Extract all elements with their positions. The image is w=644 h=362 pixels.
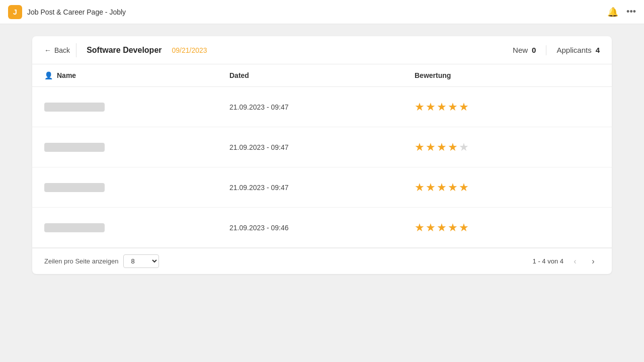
applicants-label: Applicants	[556, 46, 591, 54]
table-row[interactable]: 21.09.2023 - 09:47 ★ ★ ★ ★ ★	[32, 87, 612, 127]
topbar-left: J Job Post & Career Page - Jobly	[8, 5, 126, 19]
applicants-value: 4	[596, 46, 600, 54]
rows-per-page-label: Zeilen pro Seite anzeigen	[44, 257, 118, 265]
star-5: ★	[459, 141, 469, 154]
table-row[interactable]: 21.09.2023 - 09:47 ★ ★ ★ ★ ★	[32, 127, 612, 167]
date-cell: 21.09.2023 - 09:46	[229, 224, 415, 232]
stars-cell: ★ ★ ★ ★ ★	[415, 221, 600, 234]
col-dated-header: Dated	[229, 71, 415, 79]
col-bewertung-header: Bewertung	[415, 71, 600, 79]
name-cell	[44, 143, 229, 152]
stat-divider	[546, 45, 546, 55]
table-header: 👤 Name Dated Bewertung	[32, 64, 612, 87]
name-cell	[44, 223, 229, 232]
star-3: ★	[437, 181, 447, 194]
pagination-text: 1 - 4 von 4	[533, 257, 564, 265]
star-3: ★	[437, 221, 447, 234]
star-3: ★	[437, 141, 447, 154]
name-cell	[44, 103, 229, 112]
pagination: 1 - 4 von 4 ‹ ›	[533, 255, 600, 268]
back-button[interactable]: ← Back	[44, 43, 76, 57]
star-2: ★	[426, 101, 436, 114]
stars-cell: ★ ★ ★ ★ ★	[415, 101, 600, 114]
new-label: New	[513, 46, 528, 54]
card-header: ← Back Software Developer 09/21/2023 New…	[32, 36, 612, 64]
app-logo: J	[8, 5, 22, 19]
star-3: ★	[437, 101, 447, 114]
job-title: Software Developer	[87, 46, 162, 55]
name-placeholder	[44, 223, 105, 232]
col-name-header: 👤 Name	[44, 71, 229, 79]
star-4: ★	[448, 101, 458, 114]
header-stats: New 0 Applicants 4	[513, 45, 600, 55]
star-2: ★	[426, 181, 436, 194]
name-placeholder	[44, 103, 105, 112]
topbar-right: 🔔 •••	[607, 7, 636, 18]
star-4: ★	[448, 221, 458, 234]
date-cell: 21.09.2023 - 09:47	[229, 184, 415, 192]
bell-icon[interactable]: 🔔	[607, 7, 618, 18]
pagination-next-button[interactable]: ›	[587, 255, 600, 268]
star-1: ★	[415, 141, 425, 154]
stars-cell: ★ ★ ★ ★ ★	[415, 141, 600, 154]
name-placeholder	[44, 143, 105, 152]
back-arrow-icon: ←	[44, 46, 51, 54]
star-4: ★	[448, 141, 458, 154]
applicants-card: ← Back Software Developer 09/21/2023 New…	[32, 36, 612, 274]
table-row[interactable]: 21.09.2023 - 09:47 ★ ★ ★ ★ ★	[32, 167, 612, 208]
date-cell: 21.09.2023 - 09:47	[229, 143, 415, 151]
name-placeholder	[44, 183, 105, 192]
star-1: ★	[415, 101, 425, 114]
rows-per-page-select[interactable]: 8 16 24 32	[123, 254, 159, 268]
star-1: ★	[415, 181, 425, 194]
star-5: ★	[459, 221, 469, 234]
new-value: 0	[532, 46, 536, 54]
card-footer: Zeilen pro Seite anzeigen 8 16 24 32 1 -…	[32, 248, 612, 274]
star-2: ★	[426, 141, 436, 154]
star-5: ★	[459, 101, 469, 114]
pagination-prev-button[interactable]: ‹	[569, 255, 582, 268]
more-icon[interactable]: •••	[626, 7, 636, 17]
job-date: 09/21/2023	[172, 46, 513, 54]
person-icon: 👤	[44, 71, 53, 79]
stars-cell: ★ ★ ★ ★ ★	[415, 181, 600, 194]
star-5: ★	[459, 181, 469, 194]
star-4: ★	[448, 181, 458, 194]
name-cell	[44, 183, 229, 192]
star-2: ★	[426, 221, 436, 234]
main-content: ← Back Software Developer 09/21/2023 New…	[0, 24, 644, 362]
star-1: ★	[415, 221, 425, 234]
table-row[interactable]: 21.09.2023 - 09:46 ★ ★ ★ ★ ★	[32, 208, 612, 248]
app-title: Job Post & Career Page - Jobly	[27, 8, 126, 16]
footer-left: Zeilen pro Seite anzeigen 8 16 24 32	[44, 254, 159, 268]
topbar: J Job Post & Career Page - Jobly 🔔 •••	[0, 0, 644, 24]
date-cell: 21.09.2023 - 09:47	[229, 103, 415, 111]
